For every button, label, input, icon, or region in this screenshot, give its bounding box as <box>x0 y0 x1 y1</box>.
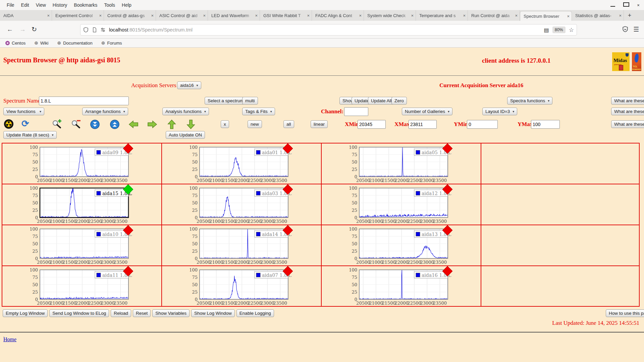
page-up-icon[interactable] <box>109 119 120 130</box>
tab-gsi-white-rabbit-t[interactable]: GSI White Rabbit T× <box>260 10 312 21</box>
multi-button[interactable]: multi <box>242 97 258 105</box>
auto-update-button[interactable]: Auto Update ON <box>166 131 205 139</box>
spectrum-plot-aida07[interactable]: 0255075100205002100021500220002250023000… <box>162 266 321 306</box>
menu-help[interactable]: Help <box>118 1 135 9</box>
tab-led-and-waveform[interactable]: LED and Waveform× <box>208 10 260 21</box>
zoom-level-badge[interactable]: 80% <box>552 26 566 33</box>
bookmark-wiki[interactable]: ⊕Wiki <box>34 40 48 46</box>
spectrum-cell-aida09[interactable]: 0255075100205002100021500220002250023000… <box>2 143 162 184</box>
spectrum-cell-aida13[interactable]: 0255075100205002100021500220002250023000… <box>322 225 481 266</box>
tab-fadc-align-cont[interactable]: FADC Align & Cont× <box>312 10 364 21</box>
tab-close-icon[interactable]: × <box>619 13 622 18</box>
tab-close-icon[interactable]: × <box>203 13 206 18</box>
spectrum-plot-aida11[interactable]: 0255075100205002100021500220002250023000… <box>2 266 161 306</box>
spectrum-cell-aida12[interactable]: 0255075100205002100021500220002250023000… <box>322 184 481 225</box>
spectrum-plot-aida15[interactable]: 0255075100205002100021500220002250023000… <box>2 184 161 225</box>
tab-close-icon[interactable]: × <box>151 13 154 18</box>
reader-mode-icon[interactable]: ▤ <box>544 27 549 33</box>
all-button[interactable]: all <box>283 120 294 128</box>
show-log-window-button[interactable]: Show Log Window <box>191 309 235 317</box>
what-are-these-button-1[interactable]: What are these? <box>611 97 644 105</box>
how-to-use-button[interactable]: How to use this page <box>606 309 644 317</box>
tab-temperature-and-s[interactable]: Temperature and s× <box>416 10 468 21</box>
ymin-input[interactable] <box>467 120 498 129</box>
spectrum-plot-aida16[interactable]: 0255075100205002100021500220002250023000… <box>322 266 481 306</box>
next-icon[interactable] <box>147 119 158 130</box>
bookmark-star-icon[interactable]: ☆ <box>569 26 574 34</box>
acquisition-server-select[interactable]: aida16▾ <box>177 81 201 89</box>
xmin-input[interactable] <box>358 120 386 129</box>
spectrum-cell-aida16[interactable]: 0255075100205002100021500220002250023000… <box>322 266 481 306</box>
spectrum-plot-aida03[interactable]: 0255075100205002100021500220002250023000… <box>162 184 321 225</box>
tab-close-icon[interactable]: × <box>307 13 310 18</box>
new-tab-button[interactable]: + <box>624 10 635 21</box>
menu-edit[interactable]: Edit <box>18 1 33 9</box>
tab-system-wide-check[interactable]: System wide Check× <box>364 10 416 21</box>
reset-button[interactable]: Reset <box>133 309 151 317</box>
back-icon[interactable]: ← <box>7 25 13 34</box>
tab-close-icon[interactable]: × <box>463 13 466 18</box>
menu-view[interactable]: View <box>33 1 49 9</box>
xmax-input[interactable] <box>409 120 437 129</box>
tab-run-control-aida[interactable]: Run Control @ aida× <box>468 10 520 21</box>
spectrum-cell-aida11[interactable]: 0255075100205002100021500220002250023000… <box>2 266 162 306</box>
scroll-up-icon[interactable] <box>166 119 177 130</box>
url-bar[interactable]: localhost:8015/Spectrum/Spectrum.tml ▤ 8… <box>80 24 577 36</box>
tab-asic-control-aid[interactable]: ASIC Control @ aid× <box>156 10 208 21</box>
minimize-button[interactable] <box>610 3 615 8</box>
spectra-functions-select[interactable]: Spectra functions▾ <box>507 97 552 105</box>
maximize-button[interactable] <box>623 2 628 8</box>
view-functions-select[interactable]: View functions▾ <box>3 108 44 115</box>
spectrum-cell-aida05[interactable]: 0255075100205002100021500220002250023000… <box>322 143 481 184</box>
x-button[interactable]: x <box>221 120 229 128</box>
tab-spectrum-browser[interactable]: Spectrum Browser× <box>520 11 572 21</box>
reload-icon[interactable]: ↻ <box>32 25 37 34</box>
spectrum-plot-aida01[interactable]: 0255075100205002100021500220002250023000… <box>162 143 321 184</box>
spectrum-cell-aida07[interactable]: 0255075100205002100021500220002250023000… <box>162 266 322 306</box>
zero-button[interactable]: Zero <box>391 97 407 105</box>
spectrum-cell-aida01[interactable]: 0255075100205002100021500220002250023000… <box>162 143 322 184</box>
menu-bookmarks[interactable]: Bookmarks <box>70 1 101 9</box>
home-link[interactable]: Home <box>3 337 16 343</box>
spectrum-cell-aida15[interactable]: 0255075100205002100021500220002250023000… <box>2 184 162 225</box>
update-all-button[interactable]: Update All <box>368 97 395 105</box>
what-are-these-button-3[interactable]: What are these? <box>611 120 644 128</box>
menu-file[interactable]: File <box>3 1 18 9</box>
tab-close-icon[interactable]: × <box>411 13 414 18</box>
bookmark-documentation[interactable]: ⊕Documentation <box>57 40 92 46</box>
enable-logging-button[interactable]: Enable Logging <box>236 309 274 317</box>
permissions-icon[interactable] <box>100 27 106 33</box>
tags-fits-select[interactable]: Tags & Fits▾ <box>242 108 275 115</box>
tab-close-icon[interactable]: × <box>99 13 102 18</box>
spectrum-plot-aida05[interactable]: 0255075100205002100021500220002250023000… <box>322 143 481 184</box>
send-log-window-to-elog-button[interactable]: Send Log Window to ELog <box>49 309 109 317</box>
menu-tools[interactable]: Tools <box>101 1 118 9</box>
empty-log-window-button[interactable]: Empty Log Window <box>3 309 48 317</box>
radiation-icon[interactable]: ☢ <box>4 119 13 129</box>
spectrum-plot-aida13[interactable]: 0255075100205002100021500220002250023000… <box>322 225 481 265</box>
spectrum-name-input[interactable] <box>39 97 129 105</box>
tab-experiment-control[interactable]: Experiment Control× <box>52 10 104 21</box>
page-info-icon[interactable] <box>92 27 97 33</box>
update-rate-select[interactable]: Update Rate (8 secs)▾ <box>3 131 57 139</box>
tab-close-icon[interactable]: × <box>567 14 570 19</box>
spectrum-plot-aida10[interactable]: 0255075100205002100021500220002250023000… <box>2 225 161 265</box>
tab-close-icon[interactable]: × <box>359 13 362 18</box>
reload-button[interactable]: Reload <box>111 309 131 317</box>
spectrum-cell-aida10[interactable]: 0255075100205002100021500220002250023000… <box>2 225 162 266</box>
spectrum-plot-aida14[interactable]: 0255075100205002100021500220002250023000… <box>162 225 321 265</box>
arrange-functions-select[interactable]: Arrange functions▾ <box>82 108 128 115</box>
spectrum-cell-aida14[interactable]: 0255075100205002100021500220002250023000… <box>162 225 322 266</box>
hamburger-menu-icon[interactable]: ☰ <box>633 25 639 34</box>
bookmark-forums[interactable]: ⊕Forums <box>101 40 122 46</box>
page-down-icon[interactable] <box>90 119 100 130</box>
show-variables-button[interactable]: Show Variables <box>152 309 190 317</box>
spectrum-plot-aida09[interactable]: 0255075100205002100021500220002250023000… <box>2 143 161 184</box>
layout-id-select[interactable]: Layout ID=3▾ <box>482 108 517 115</box>
account-shield-icon[interactable] <box>622 26 628 32</box>
zoom-out-icon[interactable] <box>70 119 81 129</box>
spectrum-plot-aida12[interactable]: 0255075100205002100021500220002250023000… <box>322 184 481 225</box>
close-button[interactable]: × <box>636 3 641 8</box>
tab-control-aidas-gs[interactable]: Control @ aidas-gs× <box>104 10 156 21</box>
scroll-down-icon[interactable] <box>185 119 196 130</box>
